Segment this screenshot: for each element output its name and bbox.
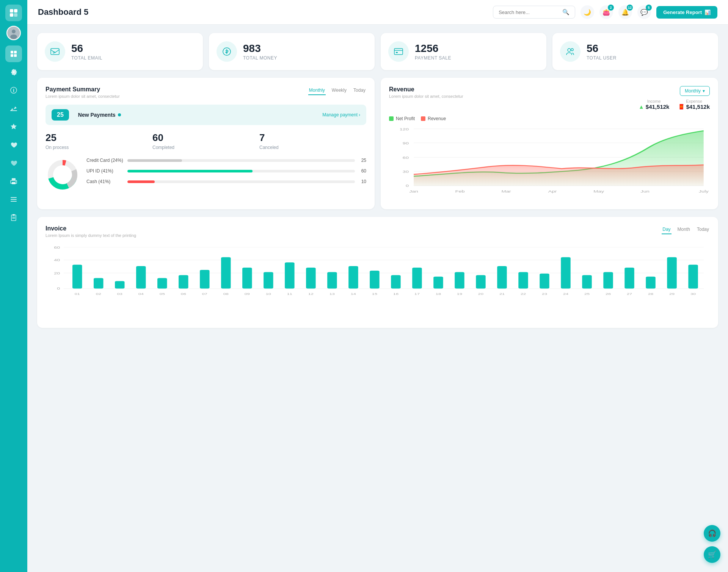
bar-item[interactable] <box>179 275 188 288</box>
revenue-dropdown[interactable]: Monthly ▾ <box>680 86 710 96</box>
tab-today[interactable]: Today <box>353 86 366 95</box>
cart-button[interactable]: 🛒 <box>704 546 720 563</box>
bar-item[interactable] <box>518 272 528 288</box>
bar-item[interactable] <box>540 274 549 288</box>
sidebar-logo[interactable] <box>5 5 22 21</box>
bar-item[interactable] <box>603 272 613 288</box>
search-box[interactable]: 🔍 <box>493 6 575 19</box>
bar-item[interactable] <box>348 266 358 288</box>
bar-x-label: 04 <box>138 292 144 295</box>
bell-btn[interactable]: 🔔 12 <box>618 5 632 19</box>
tab-today[interactable]: Today <box>696 225 710 234</box>
moon-icon: 🌙 <box>584 9 591 16</box>
tab-monthly[interactable]: Monthly <box>308 86 326 95</box>
donut-chart <box>46 158 80 193</box>
svg-rect-22 <box>12 217 15 218</box>
payment-number: 1256 <box>415 42 451 55</box>
revenue-info: Revenue Lorem ipsum dolor sit amet, cons… <box>389 86 463 99</box>
sidebar-item-star[interactable] <box>5 118 22 135</box>
payment-summary-info: Payment Summary Lorem ipsum dolor sit am… <box>46 86 120 99</box>
bar-item[interactable] <box>497 266 507 288</box>
user-avatar[interactable] <box>6 26 21 40</box>
revenue-dot <box>421 116 425 121</box>
bar-item[interactable] <box>476 275 485 288</box>
bar-x-label: 01 <box>75 292 80 295</box>
pm-list: Credit Card (24%) 25 UPI ID (41%) 60 <box>86 158 366 190</box>
sidebar-item-info[interactable] <box>5 82 22 99</box>
new-payments-label: New Payments <box>78 112 121 118</box>
bar-item[interactable] <box>582 275 592 288</box>
bar-item[interactable] <box>157 278 167 289</box>
revenue-dropdown-label: Monthly <box>685 88 701 94</box>
svg-rect-27 <box>396 52 398 53</box>
bar-item[interactable] <box>221 257 231 288</box>
bar-item[interactable] <box>624 268 634 288</box>
svg-rect-8 <box>14 51 17 53</box>
bar-item[interactable] <box>646 277 655 289</box>
manage-payment-link[interactable]: Manage payment › <box>322 112 360 118</box>
sidebar-item-print[interactable] <box>5 173 22 190</box>
sidebar-item-heart2[interactable] <box>5 155 22 171</box>
bar-item[interactable] <box>306 268 315 288</box>
payment-methods: Credit Card (24%) 25 UPI ID (41%) 60 <box>46 158 366 193</box>
bar-item[interactable] <box>370 271 379 288</box>
bar-x-label: 27 <box>627 292 632 295</box>
stat-card-user: 56 TOTAL USER <box>552 33 718 70</box>
bar-x-label: 25 <box>584 292 590 295</box>
stat-info-payment: 1256 PAYMENT SALE <box>415 42 451 61</box>
bar-item[interactable] <box>136 266 146 288</box>
sidebar-item-heart[interactable] <box>5 136 22 153</box>
chat-btn[interactable]: 💬 5 <box>637 5 651 19</box>
svg-text:0: 0 <box>57 287 60 290</box>
bar-item[interactable] <box>455 272 464 288</box>
money-number: 983 <box>243 42 277 55</box>
bar-item[interactable] <box>412 268 422 288</box>
bar-item[interactable] <box>285 262 294 288</box>
bar-item[interactable] <box>264 272 273 288</box>
support-button[interactable]: 🎧 <box>704 525 720 542</box>
bar-item[interactable] <box>688 265 698 288</box>
stat-canceled: 7 Canceled <box>259 132 366 150</box>
new-payments-left: 25 New Payments <box>52 109 121 121</box>
bar-item[interactable] <box>561 257 570 288</box>
bar-item[interactable] <box>327 272 337 288</box>
stat-card-email: 56 TOTAL EMAIL <box>37 33 203 70</box>
svg-rect-7 <box>11 51 13 53</box>
bar-item[interactable] <box>72 265 82 288</box>
invoice-info: Invoice Lorem Ipsum is simply dummy text… <box>46 225 136 238</box>
bar-item[interactable] <box>94 278 103 289</box>
search-icon[interactable]: 🔍 <box>562 9 570 16</box>
svg-text:Mar: Mar <box>502 190 511 193</box>
bar-item[interactable] <box>242 268 252 288</box>
svg-text:Feb: Feb <box>455 190 465 193</box>
svg-text:Apr: Apr <box>548 190 557 193</box>
bar-x-label: 07 <box>202 292 207 295</box>
bar-item[interactable] <box>433 277 443 289</box>
sidebar-item-dashboard[interactable] <box>5 45 22 62</box>
generate-report-button[interactable]: Generate Report 📊 <box>656 6 717 19</box>
svg-text:60: 60 <box>54 246 60 249</box>
tab-weekly[interactable]: Weekly <box>331 86 347 95</box>
bar-item[interactable] <box>391 275 400 288</box>
bar-x-label: 15 <box>372 292 377 295</box>
sidebar-item-settings[interactable] <box>5 64 22 80</box>
bar-item[interactable] <box>200 270 209 288</box>
tab-month[interactable]: Month <box>677 225 691 234</box>
sidebar-item-analytics[interactable] <box>5 100 22 117</box>
middle-row: Payment Summary Lorem ipsum dolor sit am… <box>37 78 718 209</box>
search-input[interactable] <box>499 9 559 15</box>
tab-day[interactable]: Day <box>662 225 671 234</box>
header-right: 🔍 🌙 👛 2 🔔 12 💬 5 Generate Report 📊 <box>493 5 717 19</box>
svg-rect-20 <box>11 215 16 221</box>
bar-item[interactable] <box>115 281 124 288</box>
sidebar-item-clipboard[interactable] <box>5 209 22 226</box>
sidebar-item-list[interactable] <box>5 191 22 208</box>
invoice-title: Invoice <box>46 225 136 232</box>
bar-x-label: 16 <box>393 292 399 295</box>
theme-toggle-btn[interactable]: 🌙 <box>581 5 594 19</box>
content-area: 56 TOTAL EMAIL 983 TOTAL MONEY <box>27 25 728 336</box>
wallet-btn[interactable]: 👛 2 <box>599 5 613 19</box>
bar-x-label: 06 <box>181 292 186 295</box>
bar-item[interactable] <box>667 257 676 288</box>
svg-rect-17 <box>11 197 17 198</box>
